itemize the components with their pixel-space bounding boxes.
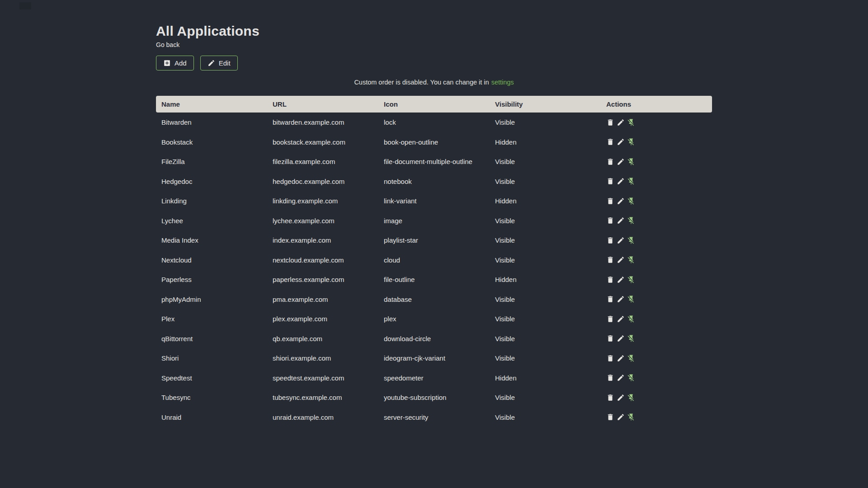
delete-row-button[interactable] [606, 138, 614, 146]
go-back-link[interactable]: Go back [156, 41, 179, 48]
cell-name: FileZilla [156, 152, 267, 172]
cell-url: nextcloud.example.com [267, 250, 378, 270]
pencil-icon [617, 276, 625, 284]
edit-row-button[interactable] [617, 295, 625, 303]
page-title: All Applications [156, 23, 712, 39]
unpin-row-button[interactable] [627, 413, 635, 421]
cell-icon: speedometer [378, 368, 490, 388]
delete-row-button[interactable] [606, 354, 614, 362]
cell-icon: file-document-multiple-outline [378, 152, 490, 172]
delete-row-button[interactable] [606, 394, 614, 402]
settings-link[interactable]: settings [491, 79, 514, 86]
edit-row-button[interactable] [617, 374, 625, 382]
trash-icon [606, 276, 614, 284]
delete-row-button[interactable] [606, 158, 614, 166]
pencil-icon [617, 413, 625, 421]
pin-off-icon [627, 413, 635, 421]
trash-icon [606, 334, 614, 343]
edit-row-button[interactable] [617, 315, 625, 323]
edit-row-button[interactable] [617, 177, 625, 185]
cell-visibility: Visible [490, 408, 601, 427]
pin-off-icon [627, 158, 635, 166]
delete-row-button[interactable] [606, 315, 614, 323]
table-row: Media Indexindex.example.complaylist-sta… [156, 230, 712, 250]
unpin-row-button[interactable] [627, 374, 635, 382]
cell-url: lychee.example.com [267, 211, 378, 231]
edit-row-button[interactable] [617, 276, 625, 284]
edit-row-button[interactable] [617, 158, 625, 166]
unpin-row-button[interactable] [627, 354, 635, 362]
unpin-row-button[interactable] [627, 138, 635, 146]
unpin-row-button[interactable] [627, 276, 635, 284]
unpin-row-button[interactable] [627, 177, 635, 185]
delete-row-button[interactable] [606, 256, 614, 264]
unpin-row-button[interactable] [627, 315, 635, 323]
delete-row-button[interactable] [606, 374, 614, 382]
cell-icon: notebook [378, 172, 490, 192]
edit-row-button[interactable] [617, 197, 625, 205]
cell-actions [601, 132, 712, 152]
cell-name: qBittorrent [156, 329, 267, 349]
pin-off-icon [627, 177, 635, 185]
trash-icon [606, 236, 614, 244]
trash-icon [606, 315, 614, 323]
unpin-row-button[interactable] [627, 118, 635, 127]
cell-url: speedtest.example.com [267, 368, 378, 388]
unpin-row-button[interactable] [627, 236, 635, 244]
unpin-row-button[interactable] [627, 394, 635, 402]
cell-name: Bookstack [156, 132, 267, 152]
delete-row-button[interactable] [606, 334, 614, 343]
delete-row-button[interactable] [606, 177, 614, 185]
trash-icon [606, 394, 614, 402]
delete-row-button[interactable] [606, 236, 614, 244]
cell-name: Unraid [156, 408, 267, 427]
edit-row-button[interactable] [617, 216, 625, 225]
table-row: FileZillafilezilla.example.comfile-docum… [156, 152, 712, 172]
edit-row-button[interactable] [617, 354, 625, 362]
cell-visibility: Visible [490, 290, 601, 310]
edit-row-button[interactable] [617, 256, 625, 264]
cell-visibility: Hidden [490, 191, 601, 211]
add-button-label: Add [175, 59, 187, 67]
cell-actions [601, 408, 712, 427]
edit-row-button[interactable] [617, 118, 625, 127]
delete-row-button[interactable] [606, 197, 614, 205]
cell-icon: youtube-subscription [378, 388, 490, 408]
cell-url: unraid.example.com [267, 408, 378, 427]
cell-name: Shiori [156, 348, 267, 368]
delete-row-button[interactable] [606, 295, 614, 303]
cell-icon: book-open-outline [378, 132, 490, 152]
unpin-row-button[interactable] [627, 256, 635, 264]
unpin-row-button[interactable] [627, 295, 635, 303]
unpin-row-button[interactable] [627, 334, 635, 343]
cell-visibility: Visible [490, 230, 601, 250]
cell-visibility: Visible [490, 211, 601, 231]
pencil-icon [617, 236, 625, 244]
table-row: Speedtestspeedtest.example.comspeedomete… [156, 368, 712, 388]
pencil-icon [617, 295, 625, 303]
trash-icon [606, 118, 614, 127]
delete-row-button[interactable] [606, 276, 614, 284]
delete-row-button[interactable] [606, 216, 614, 225]
cell-url: tubesync.example.com [267, 388, 378, 408]
edit-row-button[interactable] [617, 394, 625, 402]
edit-row-button[interactable] [617, 138, 625, 146]
add-button[interactable]: Add [156, 56, 194, 70]
edit-row-button[interactable] [617, 334, 625, 343]
edit-button[interactable]: Edit [200, 56, 238, 70]
delete-row-button[interactable] [606, 118, 614, 127]
cell-icon: lock [378, 113, 490, 132]
unpin-row-button[interactable] [627, 216, 635, 225]
edit-row-button[interactable] [617, 413, 625, 421]
pencil-icon [617, 138, 625, 146]
cell-icon: file-outline [378, 270, 490, 290]
table-row: Bookstackbookstack.example.combook-open-… [156, 132, 712, 152]
cell-name: Speedtest [156, 368, 267, 388]
unpin-row-button[interactable] [627, 158, 635, 166]
edit-row-button[interactable] [617, 236, 625, 244]
delete-row-button[interactable] [606, 413, 614, 421]
pin-off-icon [627, 216, 635, 225]
cell-actions [601, 388, 712, 408]
cell-actions [601, 329, 712, 349]
unpin-row-button[interactable] [627, 197, 635, 205]
